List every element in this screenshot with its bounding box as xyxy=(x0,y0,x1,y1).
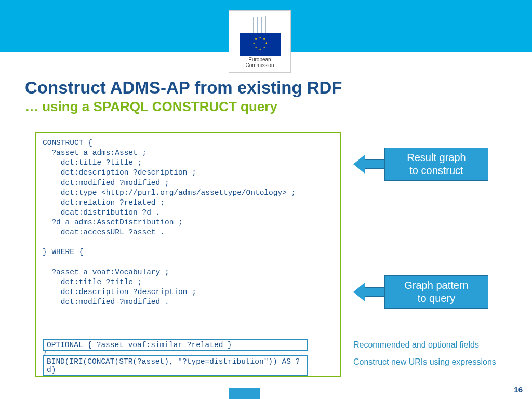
logo-caption-line1: European xyxy=(248,57,271,62)
eu-flag-icon: ★ ★ ★ ★ ★ ★ ★ ★ xyxy=(240,33,281,56)
callout-result-graph: Result graph to construct xyxy=(384,148,488,181)
callout-line: to query xyxy=(391,292,482,305)
footer-accent xyxy=(229,388,260,399)
logo-caption: European Commission xyxy=(229,57,290,68)
logo-caption-line2: Commission xyxy=(245,62,274,68)
slide-subtitle: … using a SPARQL CONSTRUCT query xyxy=(25,99,511,115)
callout-line: to construct xyxy=(391,164,482,177)
slide-title: Construct ADMS-AP from existing RDF xyxy=(25,78,511,98)
arrow-shaft xyxy=(365,287,384,297)
page-number: 16 xyxy=(514,385,523,394)
arrow-left-icon xyxy=(353,155,365,174)
arrow-left-icon xyxy=(353,283,365,301)
callout-line: Graph pattern xyxy=(391,279,482,292)
callout-graph-pattern: Graph pattern to query xyxy=(384,275,488,309)
note-recommended: Recommended and optional fields xyxy=(353,340,479,350)
note-construct-uris: Construct new URIs using expressions xyxy=(353,357,496,367)
bind-clause-box: BIND(IRI(CONCAT(STR(?asset), "?type=dist… xyxy=(43,355,308,376)
european-commission-logo: ★ ★ ★ ★ ★ ★ ★ ★ European Commission xyxy=(229,10,291,73)
arrow-shaft xyxy=(365,159,384,169)
title-block: Construct ADMS-AP from existing RDF … us… xyxy=(25,78,511,115)
callout-line: Result graph xyxy=(391,151,482,164)
optional-clause-box: OPTIONAL { ?asset voaf:similar ?related … xyxy=(43,339,308,351)
